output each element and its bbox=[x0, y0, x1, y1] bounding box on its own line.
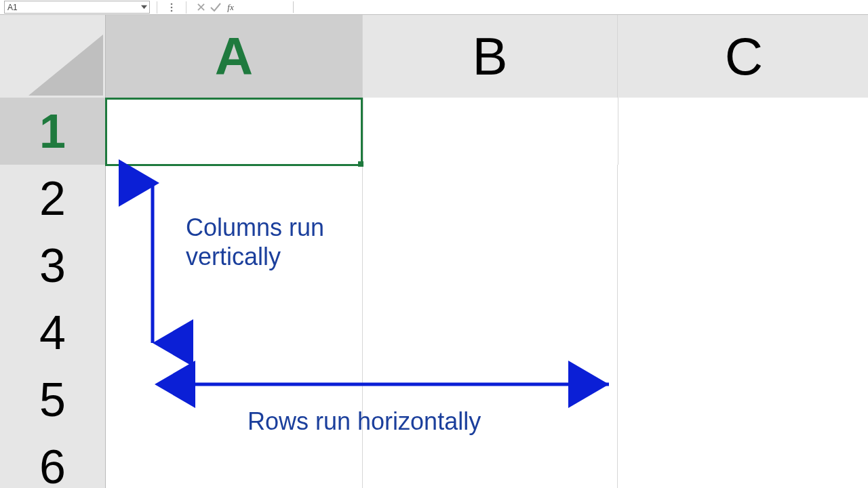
cell-a3[interactable] bbox=[106, 232, 363, 300]
fx-label: fx bbox=[227, 2, 233, 13]
cell-b5[interactable] bbox=[363, 366, 618, 434]
separator bbox=[186, 1, 186, 14]
cell-a6[interactable] bbox=[106, 433, 363, 488]
row-header-2[interactable]: 2 bbox=[0, 165, 106, 232]
grid-row: 6 bbox=[0, 433, 868, 488]
row-header-label: 3 bbox=[39, 239, 66, 293]
grid-row: 4 bbox=[0, 299, 868, 366]
name-box[interactable]: A1 bbox=[4, 1, 150, 14]
column-header-c[interactable]: C bbox=[618, 15, 868, 98]
grid-row: 3 bbox=[0, 232, 868, 299]
cell-b1[interactable] bbox=[363, 98, 618, 165]
cell-a5[interactable] bbox=[106, 366, 363, 434]
column-header-b[interactable]: B bbox=[363, 15, 618, 98]
grid-row: 1 bbox=[0, 98, 868, 165]
cell-a4[interactable] bbox=[106, 299, 363, 367]
svg-point-2 bbox=[171, 9, 173, 12]
column-header-label: A bbox=[215, 26, 253, 87]
cancel-button[interactable] bbox=[193, 1, 208, 14]
select-all-corner[interactable] bbox=[0, 15, 106, 98]
cell-a2[interactable] bbox=[106, 165, 363, 232]
column-header-label: B bbox=[472, 26, 507, 87]
grid-row: 5 bbox=[0, 366, 868, 433]
row-header-4[interactable]: 4 bbox=[0, 299, 106, 367]
row-header-5[interactable]: 5 bbox=[0, 366, 106, 434]
cell-c5[interactable] bbox=[618, 366, 868, 434]
row-header-label: 2 bbox=[39, 171, 66, 226]
cell-c3[interactable] bbox=[618, 232, 868, 300]
cell-c1[interactable] bbox=[618, 98, 868, 165]
more-options-button[interactable] bbox=[164, 1, 179, 14]
check-icon bbox=[210, 3, 221, 12]
cell-c4[interactable] bbox=[618, 299, 868, 367]
row-header-1[interactable]: 1 bbox=[0, 98, 106, 165]
cell-b2[interactable] bbox=[363, 165, 618, 232]
formula-bar: A1 fx bbox=[0, 0, 868, 15]
row-header-label: 1 bbox=[39, 104, 66, 159]
cell-c2[interactable] bbox=[618, 165, 868, 232]
svg-point-1 bbox=[171, 6, 173, 8]
row-header-label: 5 bbox=[39, 373, 66, 427]
name-box-value: A1 bbox=[7, 3, 18, 12]
cell-b3[interactable] bbox=[363, 232, 618, 300]
column-header-label: C bbox=[725, 26, 763, 87]
insert-function-button[interactable]: fx bbox=[223, 1, 238, 14]
column-header-a[interactable]: A bbox=[106, 15, 363, 99]
grid-rows: 1 2 3 4 5 6 bbox=[0, 98, 868, 488]
chevron-down-icon bbox=[141, 4, 147, 10]
row-header-label: 6 bbox=[39, 440, 66, 489]
row-header-label: 4 bbox=[39, 306, 66, 360]
grid-row: 2 bbox=[0, 165, 868, 232]
enter-button[interactable] bbox=[208, 1, 223, 14]
column-headers: A B C bbox=[0, 15, 868, 98]
cell-b6[interactable] bbox=[363, 433, 618, 488]
cell-a1[interactable] bbox=[106, 98, 363, 165]
spreadsheet-grid: A B C 1 2 3 4 5 bbox=[0, 15, 868, 488]
cell-c6[interactable] bbox=[618, 433, 868, 488]
formula-input[interactable] bbox=[293, 1, 865, 13]
select-all-triangle-icon bbox=[28, 35, 103, 96]
cell-b4[interactable] bbox=[363, 299, 618, 367]
close-icon bbox=[197, 3, 205, 11]
separator bbox=[157, 1, 157, 14]
row-header-3[interactable]: 3 bbox=[0, 232, 106, 300]
row-header-6[interactable]: 6 bbox=[0, 433, 106, 488]
svg-point-0 bbox=[171, 3, 173, 5]
kebab-icon bbox=[170, 3, 173, 12]
